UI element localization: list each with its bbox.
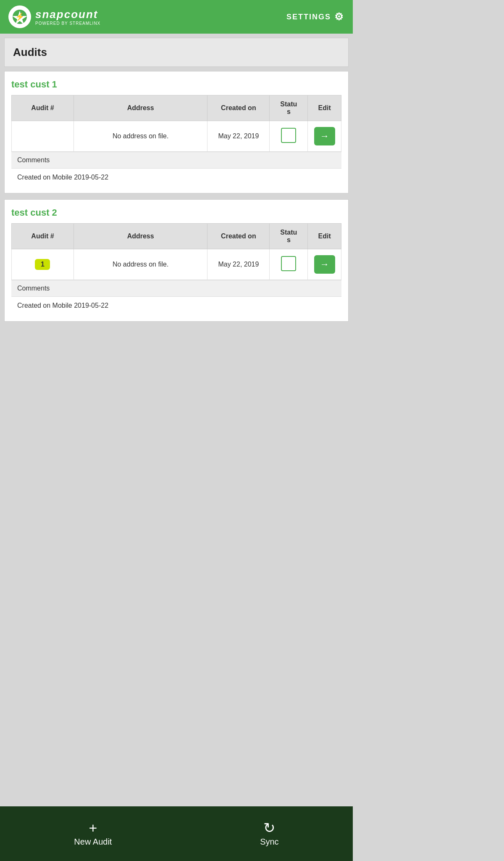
edit-cell: →	[308, 121, 341, 152]
gear-icon: ⚙	[334, 11, 344, 23]
comments-header: Comments	[11, 152, 341, 169]
status-checkbox[interactable]	[281, 256, 296, 271]
status-cell	[270, 249, 308, 280]
created-on-cell: May 22, 2019	[207, 121, 270, 152]
settings-label: SETTINGS	[286, 13, 331, 21]
sync-icon: ↻	[263, 821, 275, 835]
status-cell	[270, 121, 308, 152]
col-header-1: Address	[74, 95, 207, 121]
new-audit-button[interactable]: + New Audit	[74, 821, 112, 847]
edit-cell: →	[308, 249, 341, 280]
app-header: ⚡ snapcount POWERED BY STREAMLINX SETTIN…	[0, 0, 353, 34]
comments-body: Created on Mobile 2019-05-22	[11, 297, 341, 314]
col-header-4: Edit	[308, 224, 341, 249]
customer-name-0: test cust 1	[11, 79, 341, 90]
col-header-0: Audit #	[12, 95, 74, 121]
audit-table-0: Audit #AddressCreated onStatusEditNo add…	[11, 95, 341, 152]
page-title-bar: Audits	[4, 38, 349, 67]
col-header-3: Status	[270, 95, 308, 121]
logo-area: ⚡ snapcount POWERED BY STREAMLINX	[8, 5, 100, 28]
table-row: 1No address on file.May 22, 2019→	[12, 249, 341, 280]
comments-header: Comments	[11, 280, 341, 297]
plus-icon: +	[89, 821, 97, 835]
status-checkbox[interactable]	[281, 128, 296, 143]
col-header-2: Created on	[207, 224, 270, 249]
audit-num-cell: 1	[12, 249, 74, 280]
sync-button[interactable]: ↻ Sync	[260, 821, 278, 847]
col-header-0: Audit #	[12, 224, 74, 249]
col-header-2: Created on	[207, 95, 270, 121]
logo-sub: POWERED BY STREAMLINX	[35, 21, 100, 26]
audit-num-cell	[12, 121, 74, 152]
col-header-1: Address	[74, 224, 207, 249]
page-content: Audits test cust 1Audit #AddressCreated …	[0, 34, 353, 806]
table-row: No address on file.May 22, 2019→	[12, 121, 341, 152]
audit-table-1: Audit #AddressCreated onStatusEdit1No ad…	[11, 223, 341, 280]
col-header-3: Status	[270, 224, 308, 249]
customer-name-1: test cust 2	[11, 207, 341, 218]
col-header-4: Edit	[308, 95, 341, 121]
audit-badge: 1	[35, 259, 50, 270]
address-cell: No address on file.	[74, 121, 207, 152]
edit-arrow-button[interactable]: →	[314, 255, 335, 274]
new-audit-label: New Audit	[74, 837, 112, 847]
customer-card-1: test cust 2Audit #AddressCreated onStatu…	[4, 199, 349, 322]
logo-icon: ⚡	[8, 5, 31, 28]
customers-container: test cust 1Audit #AddressCreated onStatu…	[4, 71, 349, 322]
settings-button[interactable]: SETTINGS ⚙	[286, 11, 344, 23]
edit-arrow-button[interactable]: →	[314, 127, 335, 145]
customer-card-0: test cust 1Audit #AddressCreated onStatu…	[4, 71, 349, 193]
svg-text:⚡: ⚡	[15, 12, 25, 21]
created-on-cell: May 22, 2019	[207, 249, 270, 280]
page-title: Audits	[13, 46, 47, 58]
sync-label: Sync	[260, 837, 278, 847]
logo-text: snapcount POWERED BY STREAMLINX	[35, 8, 100, 26]
comments-body: Created on Mobile 2019-05-22	[11, 169, 341, 186]
address-cell: No address on file.	[74, 249, 207, 280]
bottom-nav: + New Audit ↻ Sync	[0, 806, 353, 861]
logo-name: snapcount	[35, 8, 100, 21]
